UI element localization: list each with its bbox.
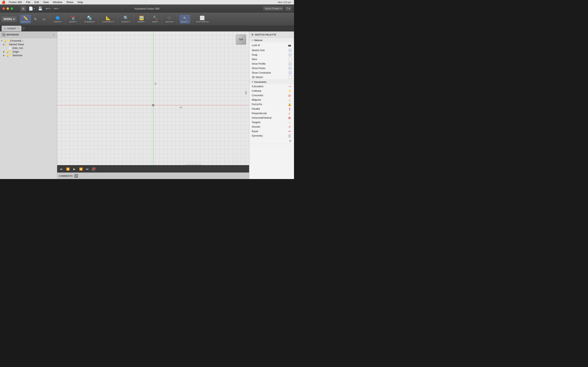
create-btn[interactable]: 🔷 CREATE ▾ <box>52 15 63 24</box>
menu-share[interactable]: Share <box>65 0 75 4</box>
constraint-smooth[interactable]: Smooth ↗ <box>249 125 294 129</box>
redo-btn[interactable]: ↪ ▾ <box>53 6 59 11</box>
constraint-equal[interactable]: Equal ═ <box>249 129 294 133</box>
modify-btn[interactable]: ✂️ MODIFY ▾ <box>68 15 79 24</box>
toolbar-group-select: ↖ SELECT ▾ <box>178 13 192 25</box>
timeline-marker[interactable]: 📌 <box>91 167 95 171</box>
constraint-collinear[interactable]: Collinear ⚡ <box>249 89 294 93</box>
tree-icon-sketches: 💡 <box>6 54 9 57</box>
menu-help[interactable]: Help <box>76 0 85 4</box>
undo-btn[interactable]: ↩ ▾ <box>45 6 51 11</box>
make-btn[interactable]: 🔨 MAKE ▾ <box>151 15 160 24</box>
palette-row-3d-sketch[interactable]: 3D Sketch <box>249 75 294 80</box>
select-btn[interactable]: ↖ SELECT ▾ <box>180 15 190 24</box>
maximize-btn[interactable]: ▽ <box>22 26 25 30</box>
constraint-parallel[interactable]: Parallel ∥ <box>249 107 294 111</box>
traffic-light-yellow[interactable] <box>7 7 9 10</box>
model-label: MODEL <box>4 18 12 21</box>
show-profile-checkbox[interactable]: ✓ <box>289 62 292 65</box>
constraints-arrow: ▼ <box>251 81 253 83</box>
sketch-grid-checkbox[interactable]: ✓ <box>289 49 292 52</box>
canvas-area[interactable]: 50 50 100 TOP ⊕ ▾ 📷 ✋ 🔍 ▾ ⊡ ▾ ⊞ ▾ ⊟ <box>57 31 249 179</box>
sketch-create-btn[interactable]: ✏️ SKETCH ▾ <box>20 15 31 24</box>
apple-menu[interactable]: 🍎 <box>2 0 6 4</box>
browser-collapse-btn[interactable]: ◀ <box>2 33 6 37</box>
show-points-label: Show Points <box>252 67 265 70</box>
options-arrow: ▼ <box>251 39 253 41</box>
tree-item-unsaved[interactable]: ▼ 💡 📁 (Unsaved) ✓ <box>0 39 57 43</box>
palette-row-show-constraints[interactable]: Show Constraints ✓ <box>249 71 294 75</box>
sketch-repeat-btn[interactable]: ↻ <box>31 16 40 22</box>
menu-file[interactable]: File <box>24 0 32 4</box>
constraint-fix-unfix[interactable]: Fix/UnFix 🔒 <box>249 102 294 107</box>
timeline-first-btn[interactable]: ⏮ <box>59 167 64 171</box>
comments-add-btn[interactable]: + <box>74 174 78 178</box>
snap-checkbox[interactable]: ✓ <box>289 53 292 56</box>
menu-view[interactable]: View <box>42 0 51 4</box>
palette-row-show-profile[interactable]: Show Profile ✓ <box>249 62 294 66</box>
tree-item-origin[interactable]: ▶ 💡 📁 Origin <box>0 50 57 54</box>
help-btn[interactable]: ? ▾ <box>285 6 292 11</box>
tab-close-btn[interactable]: ✕ <box>17 27 19 30</box>
menu-fusion360[interactable]: Fusion 360 <box>7 0 24 4</box>
timeline-last-btn[interactable]: ⏭ <box>85 167 90 171</box>
options-section-header[interactable]: ▼ Options <box>249 38 294 42</box>
user-name: Aaron Powter <box>265 7 280 10</box>
tree-label-sketches: Sketches <box>12 54 22 57</box>
construct-btn[interactable]: 📐 CONSTRUCT ▾ <box>101 15 116 24</box>
traffic-light-green[interactable] <box>11 7 13 10</box>
constraints-section-header[interactable]: ▼ Constraints <box>249 80 294 84</box>
palette-row-slice[interactable]: Slice <box>249 57 294 62</box>
sketch-rect-btn[interactable]: ▭ <box>40 16 48 22</box>
menu-edit[interactable]: Edit <box>33 0 40 4</box>
view-cube-top[interactable]: TOP <box>236 34 246 45</box>
file-btn[interactable]: 📄 ▾ <box>28 6 35 11</box>
timeline-bar: ⏮ ⏪ ▶ ⏩ ⏭ 📌 <box>57 165 249 173</box>
traffic-light-red[interactable] <box>2 7 5 10</box>
timeline-next-btn[interactable]: ⏩ <box>78 167 83 171</box>
timeline-play-btn[interactable]: ▶ <box>72 167 77 171</box>
palette-row-sketch-grid[interactable]: Sketch Grid ✓ <box>249 48 294 53</box>
palette-section-options: ▼ Options Look At 📷 Sketch Grid ✓ Snap ✓ <box>249 38 294 80</box>
smooth-icon: ↗ <box>287 125 292 128</box>
tab-untitled[interactable]: ◈ Untitled* ✕ <box>2 26 21 31</box>
show-constraints-checkbox[interactable]: ✓ <box>289 71 292 74</box>
show-points-checkbox[interactable]: ✓ <box>289 67 292 70</box>
palette-row-look-at[interactable]: Look At 📷 <box>249 42 294 48</box>
constraint-midpoint[interactable]: Midpoint △ <box>249 98 294 102</box>
repeat-icon: ↻ <box>34 17 37 21</box>
browser-settings-btn[interactable]: ≡ <box>52 33 55 36</box>
symmetry-icon: [] <box>287 134 292 137</box>
addins-btn[interactable]: ➕ ADD-INS ▾ <box>164 15 175 24</box>
timeline-prev-btn[interactable]: ⏪ <box>65 167 70 171</box>
palette-row-snap[interactable]: Snap ✓ <box>249 53 294 57</box>
slice-checkbox[interactable] <box>289 58 292 61</box>
app-titlebar: ⊞ 📄 ▾ 💾 ↩ ▾ ↪ ▾ Autodesk Fusion 360 Aaro… <box>0 4 294 13</box>
insert-btn[interactable]: 🖼️ INSERT ▾ <box>136 15 147 24</box>
assemble-btn[interactable]: 🔩 ASSEMBLE ▾ <box>83 15 96 24</box>
constraint-perpendicular[interactable]: Perpendicular ✓ <box>249 111 294 116</box>
tree-item-sketches[interactable]: ▶ 💡 📁 Sketches <box>0 54 57 57</box>
stop-sketch-toolbar-btn[interactable]: ⬜ STOP SKETCH <box>195 15 210 24</box>
3d-sketch-checkbox[interactable] <box>289 76 292 79</box>
palette-row-show-points[interactable]: Show Points ✓ <box>249 66 294 71</box>
toolbar-group-make: 🔨 MAKE ▾ <box>149 13 162 25</box>
constraint-concentric[interactable]: Concentric ◎ <box>249 93 294 98</box>
tree-label-units: Units: mm <box>12 47 23 50</box>
look-at-icon-btn[interactable]: 📷 <box>287 43 292 47</box>
model-dropdown[interactable]: MODEL ▾ <box>2 17 17 22</box>
constraint-tangent[interactable]: Tangent ○ <box>249 120 294 125</box>
save-btn[interactable]: 💾 <box>37 6 43 11</box>
user-menu[interactable]: Aaron Powter ▾ <box>263 6 283 11</box>
view-cube[interactable]: TOP <box>235 33 247 46</box>
settings-gear-icon[interactable]: ⚙ <box>289 139 292 142</box>
grid-menu-btn[interactable]: ⊞ <box>20 6 26 11</box>
constraint-coincident[interactable]: Coincident ⊣ <box>249 84 294 89</box>
menu-window[interactable]: Window <box>51 0 64 4</box>
constraint-symmetry[interactable]: Symmetry [] <box>249 133 294 138</box>
tree-item-named-views[interactable]: ▶ 📁 Named Views <box>0 43 57 46</box>
parallel-icon: ∥ <box>287 107 292 110</box>
browser-title: BROWSER <box>7 33 19 36</box>
inspect-btn[interactable]: 🔍 INSPECT ▾ <box>120 15 132 24</box>
constraint-horizontal-vertical[interactable]: Horizontal/Vertical ⊞ <box>249 116 294 120</box>
